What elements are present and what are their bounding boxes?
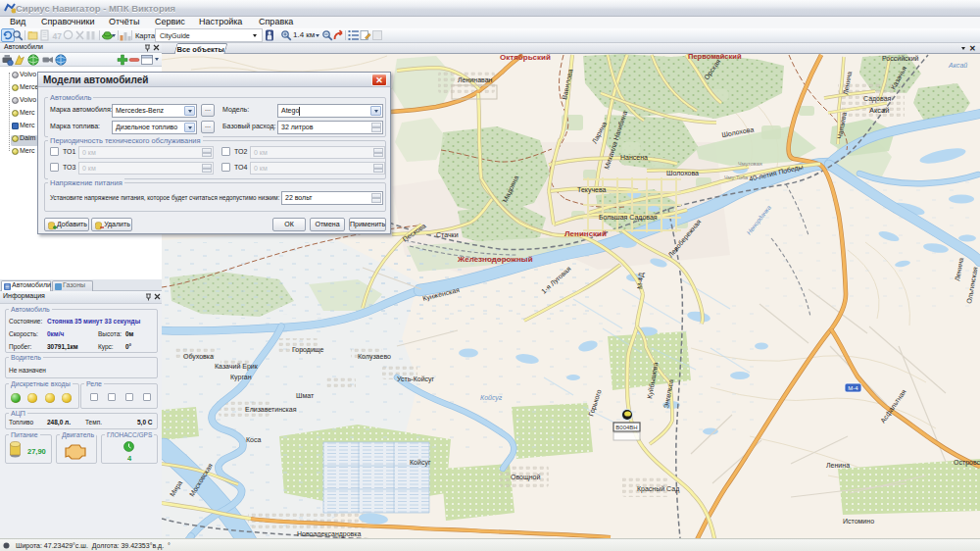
svg-text:Казачий Ерик: Казачий Ерик	[215, 363, 259, 371]
svg-text:Ленина: Ленина	[826, 462, 850, 469]
svg-text:Ленинаван: Ленинаван	[458, 76, 493, 83]
svg-text:Новоалександровка: Новоалександровка	[297, 530, 362, 538]
svg-text:Койсуг: Койсуг	[480, 394, 503, 402]
svg-text:Большая Садовая: Большая Садовая	[599, 214, 658, 222]
svg-text:Шолохова: Шолохова	[666, 170, 699, 176]
svg-text:Койсуг: Койсуг	[410, 459, 431, 467]
svg-text:Курган: Курган	[230, 374, 252, 381]
svg-text:Островского: Островского	[954, 459, 980, 467]
svg-text:Аксай: Аксай	[869, 106, 889, 115]
svg-text:М-4: М-4	[848, 385, 858, 391]
svg-text:Истомино: Истомино	[843, 518, 874, 525]
svg-text:Городище: Городище	[292, 346, 324, 354]
svg-text:Стачки: Стачки	[436, 231, 459, 238]
svg-text:Аксай: Аксай	[948, 62, 967, 69]
svg-text:Обуховка: Обуховка	[183, 353, 214, 361]
svg-text:Ленинский: Ленинский	[564, 229, 607, 238]
svg-text:Железнодорожный: Железнодорожный	[457, 255, 533, 264]
svg-text:47: 47	[53, 31, 63, 41]
svg-text:Колузаево: Колузаево	[358, 353, 391, 361]
svg-text:Нансена: Нансена	[620, 154, 648, 161]
svg-text:В004ВН: В004ВН	[615, 425, 637, 430]
svg-text:Российский: Российский	[882, 55, 919, 62]
svg-text:Шмат: Шмат	[296, 392, 315, 399]
svg-text:Усть-Койсуг: Усть-Койсуг	[397, 376, 435, 383]
svg-text:Октябрьский: Октябрьский	[500, 54, 551, 62]
svg-text:Садовая: Садовая	[863, 95, 892, 103]
svg-text:Овощной: Овощной	[511, 474, 540, 481]
svg-text:Текучева: Текучева	[577, 186, 607, 194]
svg-text:Красный Сад: Красный Сад	[637, 485, 679, 493]
svg-text:Чму-Тоба: Чму-Тоба	[724, 175, 749, 180]
svg-text:Чмутовая: Чмутовая	[738, 161, 762, 167]
svg-text:Елизаветинская: Елизаветинская	[245, 406, 297, 413]
svg-text:Коса: Коса	[246, 436, 261, 443]
